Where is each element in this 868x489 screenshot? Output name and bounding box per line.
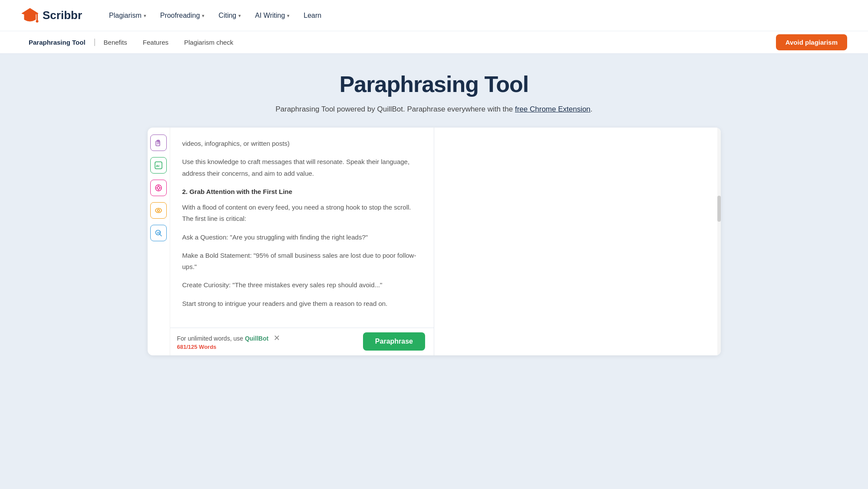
bottom-bar: For unlimited words, use QuillBot ✕ 681/… <box>170 328 434 355</box>
text-line-4: With a flood of content on every feed, y… <box>182 202 422 225</box>
nav-item-proofreading: Proofreading ▾ <box>154 8 211 23</box>
nav-link-ai-writing[interactable]: AI Writing ▾ <box>249 8 296 23</box>
eye-icon <box>154 206 163 215</box>
chrome-extension-link[interactable]: free Chrome Extension <box>515 105 591 113</box>
text-line-9: Start strong to intrigue your readers an… <box>182 298 422 309</box>
secondary-nav-link-benefits[interactable]: Benefits <box>96 39 135 46</box>
text-line-1: videos, infographics, or written posts) <box>182 138 422 149</box>
text-line-8: Create Curiosity: "The three mistakes ev… <box>182 279 422 291</box>
summarize-button[interactable] <box>150 180 167 196</box>
secondary-nav: Paraphrasing Tool Benefits Features Plag… <box>0 31 868 54</box>
secondary-nav-item-plagiarism-check: Plagiarism check <box>176 31 241 54</box>
nav-item-plagiarism: Plagiarism ▾ <box>103 8 152 23</box>
secondary-nav-links: Paraphrasing Tool Benefits Features Plag… <box>21 31 241 54</box>
avoid-plagiarism-button[interactable]: Avoid plagiarism <box>776 34 847 50</box>
scrollbar-track <box>717 128 721 355</box>
summarize-icon <box>154 184 163 192</box>
ai-detect-icon: AI <box>154 161 163 170</box>
close-banner-button[interactable]: ✕ <box>274 333 280 343</box>
nav-link-plagiarism[interactable]: Plagiarism ▾ <box>103 8 152 23</box>
paste-icon <box>154 138 163 147</box>
side-toolbar: AI <box>148 128 170 355</box>
logo-text: Scribbr <box>43 9 82 22</box>
svg-point-13 <box>155 208 162 213</box>
logo-icon <box>21 7 39 25</box>
subtitle: Paraphrasing Tool powered by QuillBot. P… <box>275 105 592 114</box>
search-ai-button[interactable]: AI <box>150 225 167 241</box>
svg-point-8 <box>157 187 160 189</box>
right-panel <box>434 128 721 355</box>
nav-link-proofreading[interactable]: Proofreading ▾ <box>154 8 211 23</box>
secondary-nav-item-benefits: Benefits <box>96 31 135 54</box>
secondary-nav-item-paraphrasing: Paraphrasing Tool <box>21 31 96 54</box>
svg-point-2 <box>36 20 39 23</box>
chevron-down-icon: ▾ <box>144 13 146 19</box>
paraphrase-button[interactable]: Paraphrase <box>363 332 425 351</box>
secondary-nav-link-paraphrasing[interactable]: Paraphrasing Tool <box>21 39 95 46</box>
quillbot-link[interactable]: QuillBot <box>245 335 268 342</box>
highlight-button[interactable] <box>150 202 167 219</box>
nav-link-learn[interactable]: Learn <box>297 8 327 23</box>
text-line-7: Make a Bold Statement: "95% of small bus… <box>182 250 422 273</box>
left-panel: AI <box>148 128 435 355</box>
text-content: videos, infographics, or written posts) … <box>182 138 422 309</box>
scrollbar-thumb[interactable] <box>717 196 721 222</box>
logo[interactable]: Scribbr <box>21 7 82 25</box>
nav-menu: Plagiarism ▾ Proofreading ▾ Citing ▾ AI … <box>103 8 327 23</box>
text-heading-1: 2. Grab Attention with the First Line <box>182 186 422 197</box>
svg-text:AI: AI <box>156 164 159 168</box>
page-title: Paraphrasing Tool <box>340 71 529 97</box>
svg-text:AI: AI <box>157 231 160 234</box>
nav-link-citing[interactable]: Citing ▾ <box>212 8 247 23</box>
text-line-2: Use this knowledge to craft messages tha… <box>182 156 422 179</box>
chevron-down-icon: ▾ <box>238 13 241 19</box>
nav-item-citing: Citing ▾ <box>212 8 247 23</box>
secondary-nav-link-plagiarism-check[interactable]: Plagiarism check <box>176 39 241 46</box>
secondary-nav-link-features[interactable]: Features <box>135 39 176 46</box>
nav-item-learn: Learn <box>297 8 327 23</box>
svg-rect-1 <box>36 13 38 20</box>
svg-point-14 <box>158 210 160 212</box>
chevron-down-icon: ▾ <box>202 13 205 19</box>
navbar: Scribbr Plagiarism ▾ Proofreading ▾ Citi… <box>0 0 868 31</box>
chevron-down-icon: ▾ <box>287 13 290 19</box>
word-info-container: For unlimited words, use QuillBot ✕ 681/… <box>177 333 281 350</box>
svg-line-16 <box>160 235 162 236</box>
paste-tool-button[interactable] <box>150 135 167 151</box>
nav-item-ai-writing: AI Writing ▾ <box>249 8 296 23</box>
word-info: For unlimited words, use QuillBot ✕ <box>177 333 281 343</box>
main-content: Paraphrasing Tool Paraphrasing Tool powe… <box>0 54 868 373</box>
text-line-6: Ask a Question: "Are you struggling with… <box>182 232 422 243</box>
text-area[interactable]: videos, infographics, or written posts) … <box>170 128 434 355</box>
secondary-nav-item-features: Features <box>135 31 176 54</box>
search-ai-icon: AI <box>154 229 163 237</box>
tool-container: AI <box>148 128 721 355</box>
ai-detect-button[interactable]: AI <box>150 157 167 174</box>
word-count: 681/125 Words <box>177 344 281 350</box>
